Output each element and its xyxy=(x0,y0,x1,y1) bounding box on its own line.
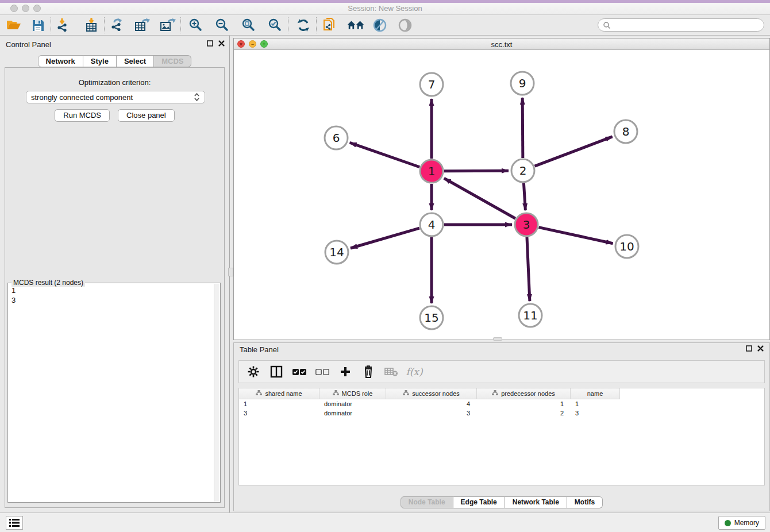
cell-shared-name[interactable]: 3 xyxy=(239,408,319,418)
new-network-from-selection-icon[interactable] xyxy=(320,16,338,34)
edge-3-to-10[interactable] xyxy=(538,228,613,244)
tab-network[interactable]: Network xyxy=(38,55,83,67)
edge-2-to-9[interactable] xyxy=(522,98,523,158)
cell-successor-nodes[interactable]: 4 xyxy=(386,399,477,408)
optimization-criterion-select[interactable]: strongly connected component xyxy=(26,91,205,103)
table-tab-motifs[interactable]: Motifs xyxy=(567,496,603,508)
export-image-icon[interactable] xyxy=(159,16,177,34)
column-header-shared-name[interactable]: shared name xyxy=(239,388,319,399)
tab-select[interactable]: Select xyxy=(117,55,154,67)
export-table-icon[interactable] xyxy=(133,16,152,34)
network-graph-svg: 7968124314101511 xyxy=(234,50,769,340)
import-table-icon[interactable] xyxy=(82,16,101,34)
vertical-splitter-grip[interactable] xyxy=(228,268,233,276)
close-panel-icon[interactable] xyxy=(218,40,225,47)
add-column-icon[interactable] xyxy=(338,364,353,379)
node-label-6: 6 xyxy=(333,131,340,145)
gear-icon[interactable] xyxy=(246,364,261,379)
search-input[interactable] xyxy=(613,21,764,29)
memory-button[interactable]: Memory xyxy=(718,516,765,530)
cell-name[interactable]: 1 xyxy=(571,399,620,408)
toolbar-separator xyxy=(51,17,51,33)
close-panel-button[interactable]: Close panel xyxy=(118,109,175,122)
first-neighbors-icon[interactable] xyxy=(346,16,365,34)
node-label-14: 14 xyxy=(329,245,344,259)
tab-style[interactable]: Style xyxy=(83,55,117,67)
tab-mcds[interactable]: MCDS xyxy=(154,55,191,67)
edge-1-to-2[interactable] xyxy=(444,171,509,171)
import-network-icon[interactable] xyxy=(55,16,73,34)
split-columns-icon[interactable] xyxy=(269,364,284,379)
table-row[interactable]: 1dominator411 xyxy=(239,399,764,408)
table-panel: Table Panel f(x) shared n xyxy=(233,342,770,511)
optimization-criterion-label: Optimization criterion: xyxy=(5,78,224,87)
table-panel-title: Table Panel xyxy=(240,345,279,354)
function-builder-icon[interactable]: f(x) xyxy=(407,364,422,379)
zoom-in-icon[interactable] xyxy=(187,16,205,34)
edge-2-to-3[interactable] xyxy=(523,183,525,210)
cell-predecessor-nodes[interactable]: 1 xyxy=(477,399,571,408)
search-field[interactable] xyxy=(598,18,764,32)
select-stepper-icon xyxy=(194,92,200,102)
mcds-result-scrollbar[interactable] xyxy=(214,284,220,502)
horizontal-splitter-grip[interactable] xyxy=(493,337,502,341)
refresh-icon[interactable] xyxy=(294,16,313,34)
cell-mcds-role[interactable]: dominator xyxy=(319,408,386,418)
mcds-result-groupbox: MCDS result (2 nodes) 1 3 xyxy=(7,283,221,503)
cell-mcds-role[interactable]: dominator xyxy=(319,399,386,408)
delete-table-icon[interactable] xyxy=(384,364,399,379)
float-table-panel-icon[interactable] xyxy=(746,345,752,352)
deselect-all-checkboxes-icon[interactable] xyxy=(315,364,330,379)
column-header-successor-nodes[interactable]: successor nodes xyxy=(386,388,477,399)
node-table[interactable]: shared nameMCDS rolesuccessor nodesprede… xyxy=(238,388,765,485)
export-network-icon[interactable] xyxy=(108,16,126,34)
control-panel-title: Control Panel xyxy=(6,40,51,49)
table-tab-edge-table[interactable]: Edge Table xyxy=(453,496,505,508)
hide-selected-icon[interactable] xyxy=(371,16,389,34)
close-table-panel-icon[interactable] xyxy=(757,345,764,352)
mcds-result-text: 1 3 xyxy=(11,286,212,500)
table-tab-node-table[interactable]: Node Table xyxy=(401,496,453,508)
column-type-icon xyxy=(492,390,498,397)
task-history-button[interactable] xyxy=(6,516,23,530)
select-all-checkboxes-icon[interactable] xyxy=(292,364,307,379)
node-label-7: 7 xyxy=(428,78,436,91)
cell-shared-name[interactable]: 1 xyxy=(239,399,319,408)
column-type-icon xyxy=(403,390,409,397)
edge-3-to-11[interactable] xyxy=(527,237,530,301)
show-all-icon[interactable] xyxy=(396,16,414,34)
zoom-fit-icon[interactable] xyxy=(240,16,258,34)
edge-2-to-8[interactable] xyxy=(535,137,613,166)
toolbar-separator xyxy=(180,17,181,33)
criterion-selected-value: strongly connected component xyxy=(31,93,194,102)
titlebar-accent-strip xyxy=(0,0,770,3)
edge-3-to-1[interactable] xyxy=(444,178,515,218)
column-header-name[interactable]: name xyxy=(571,388,620,399)
network-window-title: scc.txt xyxy=(234,40,769,49)
float-panel-icon[interactable] xyxy=(207,40,213,47)
zoom-out-icon[interactable] xyxy=(213,16,232,34)
open-file-icon[interactable] xyxy=(5,16,23,34)
edge-4-to-14[interactable] xyxy=(351,228,419,248)
zoom-selected-icon[interactable] xyxy=(266,16,284,34)
node-label-4: 4 xyxy=(428,218,436,232)
table-row[interactable]: 3dominator323 xyxy=(239,408,764,418)
cell-predecessor-nodes[interactable]: 2 xyxy=(477,408,571,418)
column-label: predecessor nodes xyxy=(501,390,555,397)
run-mcds-button[interactable]: Run MCDS xyxy=(55,109,110,122)
column-label: MCDS role xyxy=(342,390,373,397)
column-label: shared name xyxy=(265,390,302,397)
cell-successor-nodes[interactable]: 3 xyxy=(386,408,477,418)
control-panel-tabs: NetworkStyleSelectMCDS xyxy=(0,55,229,67)
delete-column-icon[interactable] xyxy=(361,364,376,379)
cell-name[interactable]: 3 xyxy=(571,408,620,418)
app-title: Session: New Session xyxy=(0,4,770,13)
main-toolbar xyxy=(0,15,770,36)
node-label-10: 10 xyxy=(619,240,634,253)
table-tab-network-table[interactable]: Network Table xyxy=(505,496,567,508)
network-canvas[interactable]: 7968124314101511 xyxy=(234,50,769,340)
save-session-icon[interactable] xyxy=(29,16,47,34)
edge-1-to-6[interactable] xyxy=(350,142,420,167)
column-header-mcds-role[interactable]: MCDS role xyxy=(319,388,386,399)
column-header-predecessor-nodes[interactable]: predecessor nodes xyxy=(477,388,571,399)
